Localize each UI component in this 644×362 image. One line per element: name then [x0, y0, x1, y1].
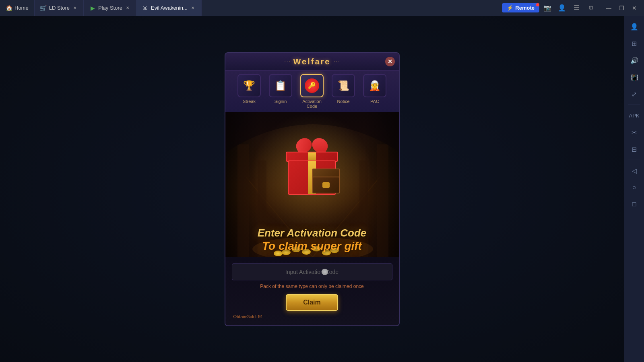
sidebar-square-icon[interactable]: □ [627, 197, 642, 212]
camera-icon-btn[interactable]: 📷 [541, 2, 554, 14]
tab-ld-store-close[interactable]: ✕ [72, 5, 78, 11]
tab-play-store[interactable]: ▶ Play Store ✕ [84, 0, 136, 16]
main-area: · · · Welfare · · · ✕ 🏆 Streak 📋 Sign [0, 16, 644, 362]
sidebar-scissors-icon[interactable]: ✂ [627, 125, 642, 140]
tab-home-label: Home [14, 5, 29, 11]
modal-overlay: · · · Welfare · · · ✕ 🏆 Streak 📋 Sign [0, 16, 624, 362]
title-dots-right: · · · [334, 60, 339, 64]
streak-tab-label: Streak [243, 99, 256, 104]
restore-button[interactable]: ❐ [615, 2, 628, 14]
sidebar-layout-icon[interactable]: ⊟ [627, 142, 642, 156]
sidebar-back-icon[interactable]: ◁ [627, 163, 642, 178]
claim-button[interactable]: Claim [286, 294, 338, 311]
remote-button[interactable]: ⚡ Remote [502, 3, 539, 12]
content-area: · · · Welfare · · · ✕ 🏆 Streak 📋 Sign [0, 16, 624, 362]
pip-icon-btn[interactable]: ⧉ [584, 2, 597, 14]
sidebar-grid-icon[interactable]: ⊞ [627, 36, 642, 51]
tab-play-store-close[interactable]: ✕ [125, 5, 130, 11]
obtain-gold-label: ObtainGold: 91 [232, 314, 392, 319]
remote-notification-dot [536, 3, 539, 6]
chest-body [312, 177, 340, 193]
welfare-modal: · · · Welfare · · · ✕ 🏆 Streak 📋 Sign [225, 52, 400, 326]
title-dots-left: · · · [285, 60, 290, 64]
sidebar-apk-icon[interactable]: APK [627, 108, 642, 123]
sidebar-user-icon[interactable]: 👤 [627, 19, 642, 34]
gift-box [284, 142, 340, 195]
welfare-tab-notice[interactable]: 📜 Notice [329, 74, 357, 109]
welfare-close-button[interactable]: ✕ [385, 57, 395, 66]
ld-store-icon: 🛒 [40, 5, 47, 11]
remote-label: Remote [515, 5, 535, 11]
right-sidebar: 👤 ⊞ 🔊 📳 ⤢ APK ✂ ⊟ ◁ ○ □ [624, 16, 644, 362]
pac-tab-icon: 🧝 [363, 74, 386, 97]
gift-box-container [272, 118, 352, 207]
welfare-tab-streak[interactable]: 🏆 Streak [235, 74, 263, 109]
welfare-title: Welfare [293, 57, 331, 66]
menu-icon-btn[interactable]: ☰ [570, 2, 583, 14]
tab-evil-awakening-close[interactable]: ✕ [190, 5, 196, 11]
headline-1: Enter Activation Code [225, 227, 399, 239]
topbar-right: ⚡ Remote 📷 👤 ☰ ⧉ — ❐ ✕ [502, 2, 644, 14]
activation-tab-icon: 🔑 [300, 74, 324, 97]
notice-tab-label: Notice [337, 99, 349, 104]
sidebar-circle-icon[interactable]: ○ [627, 180, 642, 195]
sidebar-vibrate-icon[interactable]: 📳 [627, 70, 642, 84]
activation-tab-label: Activation Code [298, 99, 326, 109]
signin-tab-label: Signin [275, 99, 287, 104]
tab-ld-store-label: LD Store [49, 5, 70, 11]
sidebar-volume-icon[interactable]: 🔊 [627, 53, 642, 68]
window-controls: — ❐ ✕ [602, 2, 641, 14]
welfare-bottom-section: Pack of the same type can only be claime… [225, 257, 399, 325]
tab-home[interactable]: 🏠 Home [0, 0, 35, 16]
welfare-modal-header: · · · Welfare · · · ✕ [225, 53, 399, 71]
activation-input-container [232, 263, 392, 280]
game-text-container: Enter Activation Code To claim super gif… [225, 227, 399, 253]
welfare-tab-activation-code[interactable]: 🔑 Activation Code [298, 74, 326, 109]
sidebar-expand-icon[interactable]: ⤢ [627, 87, 642, 101]
welfare-game-area: Enter Activation Code To claim super gif… [225, 112, 399, 257]
welfare-tab-pac[interactable]: 🧝 PAC [361, 74, 389, 109]
sidebar-divider-2 [628, 160, 640, 160]
streak-tab-icon: 🏆 [237, 74, 261, 97]
sidebar-divider-1 [628, 105, 640, 105]
notice-tab-icon: 📜 [332, 74, 355, 97]
remote-lightning-icon: ⚡ [507, 5, 513, 11]
close-button[interactable]: ✕ [628, 2, 641, 14]
tab-evil-awakening-label: Evil Awakenin... [151, 5, 188, 11]
activation-code-input[interactable] [232, 263, 392, 280]
welfare-tabs: 🏆 Streak 📋 Signin 🔑 Activation Code [225, 71, 399, 112]
tab-evil-awakening[interactable]: ⚔ Evil Awakenin... ✕ [136, 0, 202, 16]
play-store-icon: ▶ [89, 5, 96, 11]
signin-tab-icon: 📋 [269, 74, 292, 97]
welfare-tab-signin[interactable]: 📋 Signin [266, 74, 295, 109]
profile-icon-btn[interactable]: 👤 [555, 2, 568, 14]
minimize-button[interactable]: — [602, 2, 615, 14]
evil-awakening-icon: ⚔ [142, 5, 149, 11]
headline-2: To claim super gift [225, 239, 399, 253]
treasure-chest [312, 169, 342, 193]
tab-play-store-label: Play Store [98, 5, 122, 11]
home-icon: 🏠 [6, 5, 12, 11]
chest-lid [312, 169, 340, 177]
tab-ld-store[interactable]: 🛒 LD Store ✕ [35, 0, 84, 16]
input-cursor [322, 269, 328, 275]
pac-tab-label: PAC [370, 99, 379, 104]
disclaimer-text: Pack of the same type can only be claime… [232, 284, 392, 289]
topbar: 🏠 Home 🛒 LD Store ✕ ▶ Play Store ✕ ⚔ Evi… [0, 0, 644, 16]
